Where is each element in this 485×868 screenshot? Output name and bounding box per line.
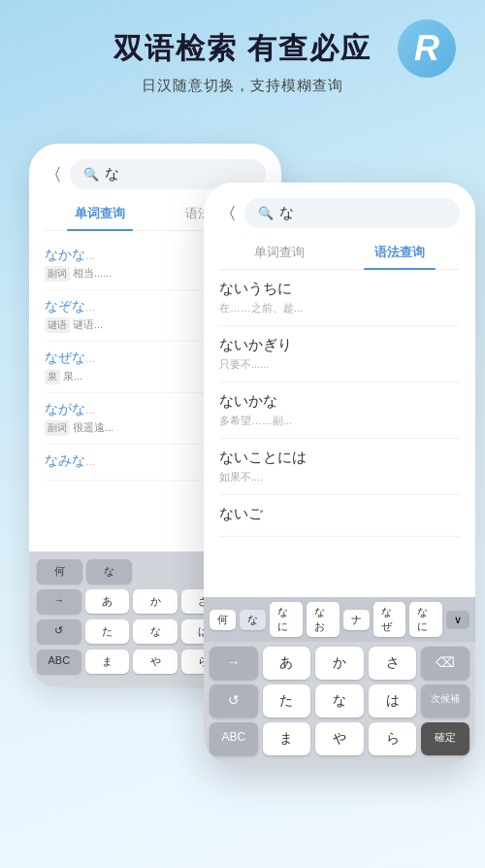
suggestion-item[interactable]: なぜ — [373, 602, 406, 637]
front-back-arrow[interactable]: 〈 — [219, 202, 237, 225]
tab-word-label-back: 单词查询 — [75, 206, 125, 220]
suggestion-item[interactable]: な — [240, 610, 266, 630]
front-kb-confirm[interactable]: 確定 — [421, 722, 469, 755]
phone-front: 〈 🔍 な 单词查询 语法查询 ないうちに 在……之前、趁... ないかぎり 只 — [204, 183, 475, 765]
front-kb-na[interactable]: な — [315, 684, 364, 718]
front-kb-arrow[interactable]: → — [210, 647, 258, 680]
grammar-jp-term: ないご — [219, 505, 460, 523]
grammar-jp-term: ないかぎり — [219, 336, 460, 354]
search-icon: 🔍 — [83, 167, 99, 182]
tab-word-front[interactable]: 单词查询 — [219, 236, 340, 269]
front-tabs: 单词查询 语法查询 — [219, 236, 460, 270]
grammar-list: ないうちに 在……之前、趁... ないかぎり 只要不...... ないかな 多希… — [204, 270, 475, 537]
front-kb-ha[interactable]: は — [369, 684, 417, 718]
back-arrow-icon[interactable]: 〈 — [45, 163, 62, 186]
front-kb-ma[interactable]: ま — [263, 722, 311, 755]
front-search-icon: 🔍 — [258, 206, 274, 220]
front-kb-ka[interactable]: か — [315, 647, 364, 680]
kb-key-arrow[interactable]: → — [37, 589, 81, 614]
front-search-bar[interactable]: 🔍 な — [244, 198, 460, 228]
suggestion-item[interactable]: なお — [307, 602, 340, 637]
kb-key-a[interactable]: あ — [85, 589, 130, 614]
kb-row-3: ABC ま や ら 確定 — [210, 722, 469, 755]
grammar-jp-term: ないかな — [219, 392, 460, 411]
list-item[interactable]: ないかぎり 只要不...... — [219, 326, 460, 383]
list-item[interactable]: ないご — [219, 495, 460, 537]
kb-row-2: ↺ た な は 次候補 — [210, 684, 469, 718]
front-search-query: な — [279, 204, 294, 222]
tab-word-label-front: 单词查询 — [254, 245, 305, 259]
grammar-jp-term: ないうちに — [219, 280, 460, 298]
front-kb-refresh[interactable]: ↺ — [210, 684, 258, 718]
app-logo: R — [398, 19, 456, 78]
suggestion-item[interactable]: 何 — [210, 610, 236, 630]
front-kb-sa[interactable]: さ — [369, 647, 417, 680]
list-item[interactable]: ないかな 多希望……副... — [219, 383, 460, 439]
kb-key-ta[interactable]: た — [85, 619, 130, 644]
top-section: R 双语检索 有查必应 日汉随意切换，支持模糊查询 — [0, 0, 485, 115]
search-query: な — [105, 165, 119, 184]
grammar-cn-desc: 只要不...... — [219, 357, 460, 372]
tab-word-back[interactable]: 单词查询 — [45, 197, 155, 230]
phones-container: 〈 🔍 な 单词查询 语法查询 なかな… 副词相当...... なぞな… 谜语谜 — [0, 124, 485, 804]
sub-title: 日汉随意切换，支持模糊查询 — [19, 77, 466, 95]
suggestion-item[interactable]: ナ — [343, 610, 370, 630]
suggestion-item[interactable]: なに — [409, 602, 442, 637]
kb-suggestion-bar: 何 な なに なお ナ なぜ なに ∨ — [204, 597, 475, 642]
kb-key-ya[interactable]: や — [133, 650, 178, 674]
suggestion-item[interactable]: なに — [270, 602, 303, 637]
front-kb-next-candidate[interactable]: 次候補 — [421, 684, 469, 718]
front-kb-ra[interactable]: ら — [369, 722, 417, 755]
front-kb-delete[interactable]: ⌫ — [421, 647, 469, 680]
list-item[interactable]: ないことには 如果不.... — [219, 439, 460, 495]
front-kb-ya[interactable]: や — [315, 722, 364, 755]
kb-key-nani[interactable]: 何 — [37, 559, 82, 584]
kb-row-1: → あ か さ ⌫ — [210, 647, 469, 680]
kb-key-refresh[interactable]: ↺ — [37, 619, 81, 644]
tab-grammar-label-front: 语法查询 — [374, 245, 425, 259]
front-kb-rows: → あ か さ ⌫ ↺ た な は 次候補 ABC ま や ら — [204, 642, 475, 765]
front-kb-ta[interactable]: た — [263, 684, 311, 718]
grammar-cn-desc: 在……之前、趁... — [219, 301, 460, 316]
front-kb-a[interactable]: あ — [263, 647, 311, 680]
logo-letter: R — [414, 28, 439, 69]
grammar-cn-desc: 多希望……副... — [219, 414, 460, 428]
grammar-cn-desc: 如果不.... — [219, 470, 460, 484]
kb-key-ka[interactable]: か — [133, 589, 178, 614]
kb-key-ma[interactable]: ま — [85, 650, 130, 674]
suggestion-expand-icon[interactable]: ∨ — [446, 611, 469, 629]
kb-key-na2[interactable]: な — [133, 619, 178, 644]
grammar-jp-term: ないことには — [219, 449, 460, 467]
front-phone-header: 〈 🔍 な — [204, 183, 475, 236]
tab-grammar-front[interactable]: 语法查询 — [340, 236, 460, 269]
front-keyboard: 何 な なに なお ナ なぜ なに ∨ → あ か さ ⌫ ↺ — [204, 597, 475, 765]
kb-key-na[interactable]: な — [86, 559, 132, 584]
front-kb-abc[interactable]: ABC — [210, 722, 258, 755]
list-item[interactable]: ないうちに 在……之前、趁... — [219, 270, 460, 326]
kb-key-abc[interactable]: ABC — [37, 650, 81, 674]
